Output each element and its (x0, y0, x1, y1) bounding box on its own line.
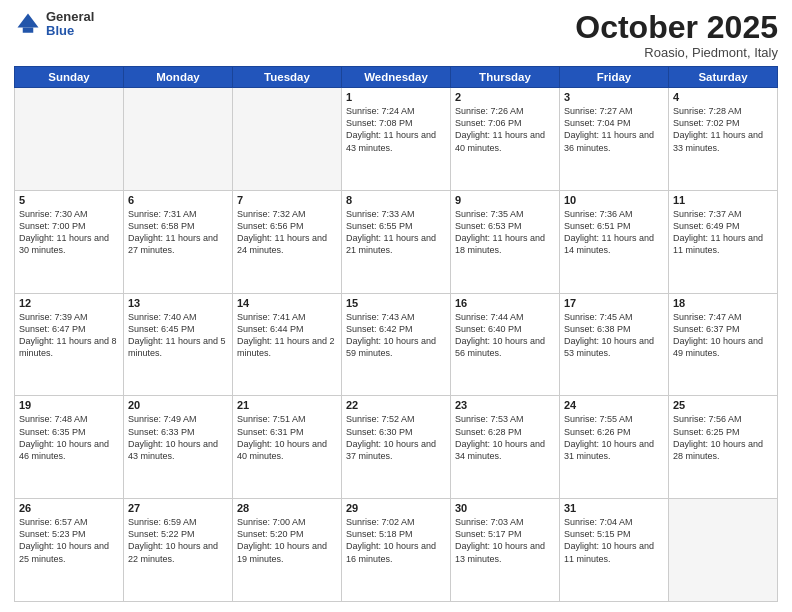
day-number: 24 (564, 399, 664, 411)
day-info: Sunrise: 7:41 AM Sunset: 6:44 PM Dayligh… (237, 311, 337, 360)
header-wednesday: Wednesday (342, 67, 451, 88)
calendar-week-row: 5Sunrise: 7:30 AM Sunset: 7:00 PM Daylig… (15, 190, 778, 293)
svg-rect-1 (23, 28, 34, 33)
table-row: 28Sunrise: 7:00 AM Sunset: 5:20 PM Dayli… (233, 499, 342, 602)
day-info: Sunrise: 7:36 AM Sunset: 6:51 PM Dayligh… (564, 208, 664, 257)
table-row: 4Sunrise: 7:28 AM Sunset: 7:02 PM Daylig… (669, 88, 778, 191)
calendar-week-row: 1Sunrise: 7:24 AM Sunset: 7:08 PM Daylig… (15, 88, 778, 191)
header-saturday: Saturday (669, 67, 778, 88)
table-row: 15Sunrise: 7:43 AM Sunset: 6:42 PM Dayli… (342, 293, 451, 396)
day-number: 22 (346, 399, 446, 411)
table-row: 25Sunrise: 7:56 AM Sunset: 6:25 PM Dayli… (669, 396, 778, 499)
svg-marker-0 (18, 14, 39, 28)
day-number: 12 (19, 297, 119, 309)
table-row: 26Sunrise: 6:57 AM Sunset: 5:23 PM Dayli… (15, 499, 124, 602)
table-row: 27Sunrise: 6:59 AM Sunset: 5:22 PM Dayli… (124, 499, 233, 602)
day-number: 3 (564, 91, 664, 103)
day-number: 19 (19, 399, 119, 411)
calendar-header-row: Sunday Monday Tuesday Wednesday Thursday… (15, 67, 778, 88)
day-info: Sunrise: 7:02 AM Sunset: 5:18 PM Dayligh… (346, 516, 446, 565)
logo: General Blue (14, 10, 94, 39)
day-number: 31 (564, 502, 664, 514)
header: General Blue October 2025 Roasio, Piedmo… (14, 10, 778, 60)
header-tuesday: Tuesday (233, 67, 342, 88)
day-number: 4 (673, 91, 773, 103)
day-number: 30 (455, 502, 555, 514)
day-info: Sunrise: 7:33 AM Sunset: 6:55 PM Dayligh… (346, 208, 446, 257)
day-number: 27 (128, 502, 228, 514)
table-row: 16Sunrise: 7:44 AM Sunset: 6:40 PM Dayli… (451, 293, 560, 396)
day-number: 29 (346, 502, 446, 514)
day-number: 20 (128, 399, 228, 411)
day-info: Sunrise: 7:53 AM Sunset: 6:28 PM Dayligh… (455, 413, 555, 462)
day-info: Sunrise: 7:26 AM Sunset: 7:06 PM Dayligh… (455, 105, 555, 154)
calendar-table: Sunday Monday Tuesday Wednesday Thursday… (14, 66, 778, 602)
day-info: Sunrise: 7:52 AM Sunset: 6:30 PM Dayligh… (346, 413, 446, 462)
day-number: 23 (455, 399, 555, 411)
day-number: 28 (237, 502, 337, 514)
logo-icon (14, 10, 42, 38)
day-number: 14 (237, 297, 337, 309)
table-row: 22Sunrise: 7:52 AM Sunset: 6:30 PM Dayli… (342, 396, 451, 499)
header-monday: Monday (124, 67, 233, 88)
table-row: 2Sunrise: 7:26 AM Sunset: 7:06 PM Daylig… (451, 88, 560, 191)
day-info: Sunrise: 7:32 AM Sunset: 6:56 PM Dayligh… (237, 208, 337, 257)
header-friday: Friday (560, 67, 669, 88)
header-sunday: Sunday (15, 67, 124, 88)
day-info: Sunrise: 7:39 AM Sunset: 6:47 PM Dayligh… (19, 311, 119, 360)
table-row: 8Sunrise: 7:33 AM Sunset: 6:55 PM Daylig… (342, 190, 451, 293)
table-row: 21Sunrise: 7:51 AM Sunset: 6:31 PM Dayli… (233, 396, 342, 499)
table-row: 20Sunrise: 7:49 AM Sunset: 6:33 PM Dayli… (124, 396, 233, 499)
table-row: 24Sunrise: 7:55 AM Sunset: 6:26 PM Dayli… (560, 396, 669, 499)
logo-text: General Blue (46, 10, 94, 39)
table-row: 19Sunrise: 7:48 AM Sunset: 6:35 PM Dayli… (15, 396, 124, 499)
day-number: 26 (19, 502, 119, 514)
day-number: 21 (237, 399, 337, 411)
day-number: 13 (128, 297, 228, 309)
day-number: 16 (455, 297, 555, 309)
calendar-week-row: 26Sunrise: 6:57 AM Sunset: 5:23 PM Dayli… (15, 499, 778, 602)
location: Roasio, Piedmont, Italy (575, 45, 778, 60)
table-row: 7Sunrise: 7:32 AM Sunset: 6:56 PM Daylig… (233, 190, 342, 293)
day-info: Sunrise: 7:04 AM Sunset: 5:15 PM Dayligh… (564, 516, 664, 565)
day-info: Sunrise: 7:51 AM Sunset: 6:31 PM Dayligh… (237, 413, 337, 462)
day-info: Sunrise: 7:47 AM Sunset: 6:37 PM Dayligh… (673, 311, 773, 360)
day-info: Sunrise: 7:31 AM Sunset: 6:58 PM Dayligh… (128, 208, 228, 257)
day-info: Sunrise: 7:03 AM Sunset: 5:17 PM Dayligh… (455, 516, 555, 565)
day-number: 9 (455, 194, 555, 206)
day-info: Sunrise: 7:48 AM Sunset: 6:35 PM Dayligh… (19, 413, 119, 462)
day-info: Sunrise: 7:28 AM Sunset: 7:02 PM Dayligh… (673, 105, 773, 154)
day-info: Sunrise: 7:44 AM Sunset: 6:40 PM Dayligh… (455, 311, 555, 360)
table-row: 1Sunrise: 7:24 AM Sunset: 7:08 PM Daylig… (342, 88, 451, 191)
day-info: Sunrise: 7:40 AM Sunset: 6:45 PM Dayligh… (128, 311, 228, 360)
day-number: 15 (346, 297, 446, 309)
table-row: 14Sunrise: 7:41 AM Sunset: 6:44 PM Dayli… (233, 293, 342, 396)
day-number: 8 (346, 194, 446, 206)
day-info: Sunrise: 7:30 AM Sunset: 7:00 PM Dayligh… (19, 208, 119, 257)
table-row: 13Sunrise: 7:40 AM Sunset: 6:45 PM Dayli… (124, 293, 233, 396)
table-row: 10Sunrise: 7:36 AM Sunset: 6:51 PM Dayli… (560, 190, 669, 293)
day-number: 7 (237, 194, 337, 206)
day-info: Sunrise: 7:27 AM Sunset: 7:04 PM Dayligh… (564, 105, 664, 154)
table-row: 30Sunrise: 7:03 AM Sunset: 5:17 PM Dayli… (451, 499, 560, 602)
logo-blue-label: Blue (46, 24, 94, 38)
day-info: Sunrise: 7:24 AM Sunset: 7:08 PM Dayligh… (346, 105, 446, 154)
logo-general-label: General (46, 10, 94, 24)
day-info: Sunrise: 7:35 AM Sunset: 6:53 PM Dayligh… (455, 208, 555, 257)
table-row: 17Sunrise: 7:45 AM Sunset: 6:38 PM Dayli… (560, 293, 669, 396)
day-number: 10 (564, 194, 664, 206)
table-row: 5Sunrise: 7:30 AM Sunset: 7:00 PM Daylig… (15, 190, 124, 293)
table-row (669, 499, 778, 602)
table-row: 29Sunrise: 7:02 AM Sunset: 5:18 PM Dayli… (342, 499, 451, 602)
day-info: Sunrise: 6:57 AM Sunset: 5:23 PM Dayligh… (19, 516, 119, 565)
day-info: Sunrise: 7:43 AM Sunset: 6:42 PM Dayligh… (346, 311, 446, 360)
day-info: Sunrise: 7:00 AM Sunset: 5:20 PM Dayligh… (237, 516, 337, 565)
day-info: Sunrise: 7:55 AM Sunset: 6:26 PM Dayligh… (564, 413, 664, 462)
day-number: 11 (673, 194, 773, 206)
day-number: 5 (19, 194, 119, 206)
table-row: 6Sunrise: 7:31 AM Sunset: 6:58 PM Daylig… (124, 190, 233, 293)
day-info: Sunrise: 7:49 AM Sunset: 6:33 PM Dayligh… (128, 413, 228, 462)
day-number: 18 (673, 297, 773, 309)
table-row (15, 88, 124, 191)
day-number: 2 (455, 91, 555, 103)
